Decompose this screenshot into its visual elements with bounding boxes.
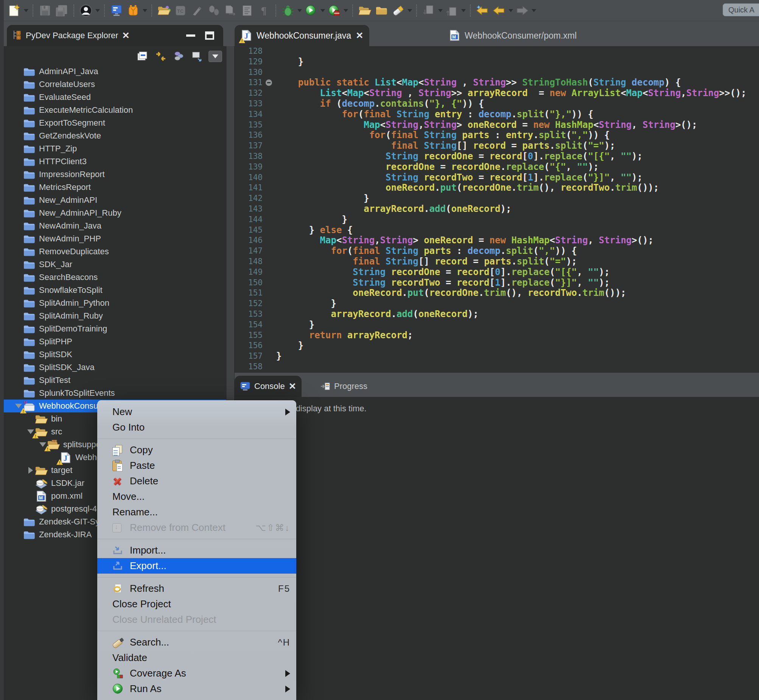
tree-item-new-adminapi-ruby[interactable]: New_AdminAPI_Ruby (4, 206, 226, 219)
code-line-144[interactable]: 144 } (234, 214, 759, 225)
package-presentation-button[interactable] (172, 49, 186, 64)
expand-arrow-icon[interactable] (28, 467, 33, 474)
filters-button[interactable] (190, 49, 204, 64)
tree-item-impressionreport[interactable]: ImpressionReport (4, 168, 226, 181)
link-with-editor-button[interactable] (154, 49, 168, 64)
code-line-158[interactable]: 158 (234, 362, 759, 372)
code-line-148[interactable]: 148 final String[] record = parts.split(… (234, 256, 759, 267)
tree-item-splitdemotraining[interactable]: SplitDemoTraining (4, 322, 226, 335)
tree-item-new-adminapi[interactable]: New_AdminAPI (4, 194, 226, 206)
run-button[interactable] (303, 2, 319, 19)
tree-item-evaluateseed[interactable]: EvaluateSeed (4, 91, 226, 104)
menu-item-export[interactable]: Export... (97, 558, 296, 573)
code-line-138[interactable]: 138 String recordOne = record[0].replace… (234, 152, 759, 162)
menu-item-run-as[interactable]: Run As (97, 681, 296, 697)
dropdown-chevron-icon[interactable] (408, 9, 412, 12)
menu-item-refresh[interactable]: RefreshF5 (97, 581, 296, 596)
code-line-150[interactable]: 150 String recordTwo = record[1].replace… (234, 278, 759, 288)
code-line-153[interactable]: 153 arrayRecord.add(oneRecord); (234, 309, 759, 320)
code-line-152[interactable]: 152 } (234, 298, 759, 309)
code-line-130[interactable]: 130 (234, 67, 759, 78)
code-line-151[interactable]: 151 oneRecord.put(recordOne.trim(), reco… (234, 288, 759, 298)
dropdown-chevron-icon[interactable] (297, 9, 302, 12)
minimize-view-icon[interactable] (186, 34, 195, 37)
menu-item-import[interactable]: Import... (97, 542, 296, 558)
code-line-139[interactable]: 139 recordOne = recordOne.replace("{", "… (234, 162, 759, 173)
code-line-132[interactable]: 132 List<Map<String , String>> arrayReco… (234, 88, 759, 99)
code-line-140[interactable]: 140 String recordTwo = record[1].replace… (234, 173, 759, 183)
editor-tab-webhookconsumer-pom-xml[interactable]: MWebhookConsumer/pom.xml (443, 25, 587, 46)
tree-item-newadmin-php[interactable]: NewAdmin_PHP (4, 232, 226, 245)
code-line-147[interactable]: 147 for(final String parts : decomp.spli… (234, 246, 759, 256)
code-line-143[interactable]: 143 arrayRecord.add(oneRecord); (234, 204, 759, 214)
tree-item-metricsreport[interactable]: MetricsReport (4, 181, 226, 194)
explorer-tab[interactable]: PyDev Package Explorer ✕ (7, 25, 223, 46)
code-line-137[interactable]: 137 final String[] record = parts.split(… (234, 141, 759, 152)
menu-item-move[interactable]: Move... (97, 489, 296, 505)
tree-item-httpclient3[interactable]: HTTPClient3 (4, 155, 226, 168)
code-line-134[interactable]: 134 for(final String entry : decomp.spli… (234, 109, 759, 120)
maximize-view-icon[interactable] (205, 31, 214, 40)
code-line-135[interactable]: 135 Map<String,String> oneRecord = new H… (234, 120, 759, 131)
close-tab-icon[interactable]: ✕ (289, 382, 296, 391)
tree-item-removeduplicates[interactable]: RemoveDuplicates (4, 245, 226, 258)
tree-item-splunktosplitevents[interactable]: SplunkToSplitEvents (4, 387, 226, 400)
code-line-145[interactable]: 145 } else { (234, 225, 759, 236)
tree-item-snowflaketosplit[interactable]: SnowflakeToSplit (4, 284, 226, 297)
close-tab-icon[interactable]: ✕ (356, 31, 363, 40)
tree-item-adminapi-java[interactable]: AdminAPI_Java (4, 65, 226, 78)
collapse-arrow-icon[interactable] (27, 430, 34, 434)
menu-item-search[interactable]: Search...^H (97, 634, 296, 650)
tree-item-http-zip[interactable]: HTTP_Zip (4, 142, 226, 155)
code-editor[interactable]: 128129 }130131 public static List<Map<St… (234, 46, 759, 373)
code-line-133[interactable]: 133 if (decomp.contains("}, {")) { (234, 99, 759, 109)
collapse-all-button[interactable] (136, 49, 150, 64)
tree-item-executemetriccalculation[interactable]: ExecuteMetricCalculation (4, 104, 226, 117)
code-line-129[interactable]: 129 } (234, 57, 759, 67)
dropdown-chevron-icon[interactable] (532, 9, 536, 12)
code-line-157[interactable]: 157} (234, 351, 759, 362)
dropdown-chevron-icon[interactable] (143, 9, 147, 12)
collapse-arrow-icon[interactable] (15, 404, 22, 408)
tree-item-exporttosegment[interactable]: ExportToSegment (4, 117, 226, 130)
code-line-131[interactable]: 131 public static List<Map<String , Stri… (234, 78, 759, 88)
code-line-155[interactable]: 155 return arrayRecord; (234, 330, 759, 341)
code-line-154[interactable]: 154 } (234, 320, 759, 330)
menu-item-delete[interactable]: Delete (97, 473, 296, 489)
back-button[interactable] (492, 2, 507, 19)
tree-item-searchbeacons[interactable]: SearchBeacons (4, 271, 226, 284)
open-folder-button[interactable] (357, 2, 372, 19)
menu-item-close-project[interactable]: Close Project (97, 596, 296, 612)
tree-item-splitphp[interactable]: SplitPHP (4, 335, 226, 348)
tree-item-splitadmin-ruby[interactable]: SplitAdmin_Ruby (4, 309, 226, 322)
collapse-arrow-icon[interactable] (39, 442, 46, 447)
console-tab-console[interactable]: Console✕ (234, 376, 301, 397)
tree-item-splitsdk-java[interactable]: SplitSDK_Java (4, 361, 226, 374)
run-external-button[interactable] (326, 2, 342, 19)
explorer-tab-close-icon[interactable]: ✕ (122, 31, 130, 40)
code-line-136[interactable]: 136 for(final String parts : entry.split… (234, 130, 759, 141)
console-tab-progress[interactable]: Progress (314, 376, 376, 397)
dropdown-chevron-icon[interactable] (461, 9, 466, 12)
menu-item-paste[interactable]: Paste (97, 458, 296, 473)
tree-item-splitsdk[interactable]: SplitSDK (4, 348, 226, 361)
tree-item-getzendeskvote[interactable]: GetZendeskVote (4, 130, 226, 142)
view-menu-button[interactable] (208, 49, 222, 64)
fold-column[interactable] (265, 78, 276, 88)
code-line-141[interactable]: 141 oneRecord.put(recordOne.trim(), reco… (234, 183, 759, 193)
mark-occurrences-button[interactable] (390, 2, 406, 19)
tree-item-newadmin-java[interactable]: NewAdmin_Java (4, 219, 226, 232)
code-line-142[interactable]: 142 } (234, 193, 759, 204)
user-avatar-button[interactable] (78, 2, 94, 19)
dropdown-chevron-icon[interactable] (95, 9, 100, 12)
new-wizard-button[interactable] (7, 2, 22, 19)
menu-item-validate[interactable]: Validate (97, 650, 296, 666)
dropdown-chevron-icon[interactable] (320, 9, 325, 12)
tree-item-splitadmin-python[interactable]: SplitAdmin_Python (4, 297, 226, 309)
menu-item-copy[interactable]: Copy (97, 442, 296, 458)
menu-item-coverage-as[interactable]: Coverage As (97, 666, 296, 681)
debug-button[interactable] (280, 2, 295, 19)
code-line-149[interactable]: 149 String recordOne = record[0].replace… (234, 267, 759, 278)
menu-item-rename[interactable]: Rename... (97, 505, 296, 520)
code-line-146[interactable]: 146 Map<String,String> oneRecord = new H… (234, 235, 759, 246)
